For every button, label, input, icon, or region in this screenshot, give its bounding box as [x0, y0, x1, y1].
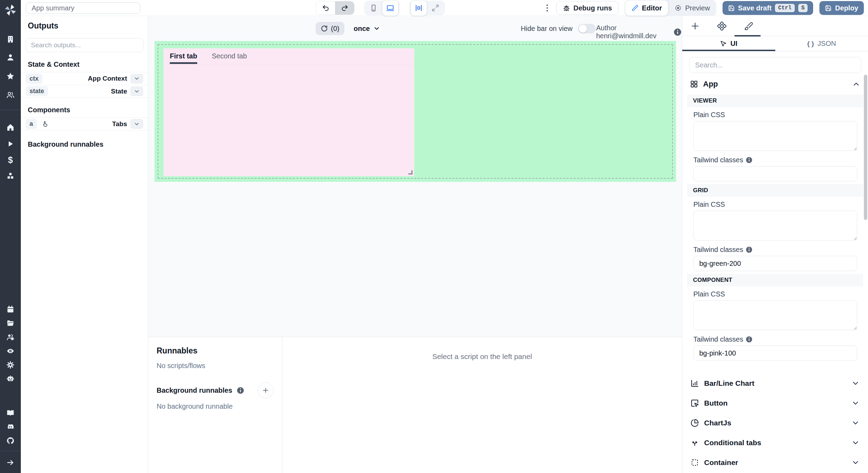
dashed-container-icon [691, 458, 699, 467]
editor-tab[interactable]: Editor [625, 0, 669, 16]
app-grid[interactable]: First tab Second tab [155, 41, 676, 182]
chevron-down-icon [851, 439, 860, 447]
undo-button[interactable] [316, 1, 335, 15]
refresh-count: (0) [331, 25, 339, 33]
audit-eye-icon[interactable] [6, 346, 15, 356]
discord-icon[interactable] [6, 422, 15, 431]
expand-chevron-button[interactable] [131, 87, 143, 96]
tab-first[interactable]: First tab [170, 48, 197, 64]
expand-chevron-button[interactable] [131, 74, 143, 83]
desktop-view-button[interactable] [382, 0, 399, 16]
workspace-building-icon[interactable] [6, 35, 15, 44]
docs-book-icon[interactable] [6, 408, 15, 417]
folders-icon[interactable] [6, 319, 15, 328]
output-type-label: Tabs [112, 120, 127, 128]
settings-icon-tabs [682, 16, 868, 36]
tabs-component[interactable]: First tab Second tab [164, 48, 414, 176]
resize-handle[interactable] [408, 170, 412, 174]
schedules-calendar-icon[interactable] [6, 305, 15, 314]
deploy-button[interactable]: Deploy [819, 1, 864, 15]
windmill-logo-icon[interactable] [3, 3, 17, 17]
no-background-text: No background runnable [157, 402, 274, 410]
variables-dollar-icon[interactable]: $ [6, 155, 15, 164]
preview-tab[interactable]: Preview [668, 0, 716, 16]
grid-tailwind-input[interactable] [693, 256, 857, 271]
plain-css-label: Plain CSS [693, 290, 857, 298]
expand-arrow-right-icon[interactable] [6, 458, 15, 467]
insert-plus-icon[interactable] [691, 22, 700, 31]
favorites-star-icon[interactable] [6, 72, 15, 81]
layout-toggle-group [409, 1, 445, 15]
state-context-header: State & Context [28, 60, 141, 68]
chevron-down-icon [373, 25, 380, 32]
braces-icon: { } [807, 40, 814, 48]
component-plain-css-textarea[interactable] [693, 300, 857, 330]
settings-scrollbar[interactable] [864, 75, 867, 220]
refresh-mode-select[interactable]: once [353, 25, 380, 33]
user-icon[interactable] [6, 53, 15, 62]
style-section-chartjs[interactable]: ChartJs [682, 413, 868, 433]
style-section-bar-line-chart[interactable]: Bar/Line Chart [682, 373, 868, 393]
app-summary-input[interactable] [26, 2, 140, 14]
groups-users-icon[interactable] [6, 90, 15, 99]
author-info: Author henri@windmill.dev [596, 24, 682, 40]
viewer-tailwind-input[interactable] [693, 166, 857, 181]
style-section-conditional-tabs[interactable]: Conditional tabs [682, 433, 868, 452]
mobile-view-button[interactable] [365, 1, 382, 15]
runs-play-icon[interactable] [6, 139, 15, 148]
redo-button[interactable] [335, 1, 354, 15]
preview-label: Preview [685, 4, 710, 12]
search-outputs-input[interactable] [26, 38, 143, 52]
chevron-up-icon [852, 80, 860, 88]
debug-runs-label: Debug runs [574, 4, 612, 12]
more-menu-kebab-icon[interactable] [544, 2, 550, 14]
ai-robot-icon[interactable] [6, 374, 15, 383]
outputs-title: Outputs [28, 21, 141, 31]
workers-users-gear-icon[interactable] [6, 333, 15, 342]
home-icon[interactable] [6, 123, 15, 132]
resources-cubes-icon[interactable] [6, 171, 15, 180]
components-diamonds-icon[interactable] [717, 22, 726, 31]
tab-ui[interactable]: UI [682, 36, 775, 51]
tab-json[interactable]: { } JSON [775, 36, 868, 51]
info-icon[interactable] [745, 246, 753, 253]
viewer-plain-css-textarea[interactable] [693, 121, 857, 151]
background-runnables-title: Background runnables [157, 386, 232, 394]
tab-second[interactable]: Second tab [212, 48, 247, 64]
plain-css-label: Plain CSS [693, 200, 857, 209]
info-icon[interactable] [745, 336, 753, 343]
save-icon [728, 5, 735, 11]
debug-runs-button[interactable]: Debug runs [556, 1, 619, 15]
settings-search-input[interactable] [689, 57, 861, 73]
expand-chevron-button[interactable] [131, 119, 143, 129]
info-icon[interactable] [745, 156, 753, 164]
style-brush-icon[interactable] [744, 22, 753, 31]
output-row-ctx[interactable]: ctx App Context [21, 72, 148, 85]
component-tailwind-input[interactable] [693, 345, 857, 361]
canvas-toolbar-center [316, 0, 445, 16]
bug-icon [563, 5, 570, 12]
windmill-app-editor: $ [0, 0, 868, 473]
center-align-button[interactable] [410, 0, 427, 16]
style-section-button[interactable]: Button [682, 393, 868, 413]
fullscreen-expand-icon[interactable] [427, 1, 444, 15]
output-row-state[interactable]: state State [21, 85, 148, 98]
save-draft-button[interactable]: Save draft Ctrl S [723, 1, 813, 15]
topbar: Debug runs Editor Preview [21, 0, 868, 16]
info-icon[interactable] [673, 28, 682, 36]
style-section-container[interactable]: Container [682, 452, 868, 472]
github-icon[interactable] [6, 436, 15, 445]
chevron-down-icon [851, 379, 860, 388]
output-type-label: App Context [88, 75, 127, 82]
app-section-header[interactable]: App [682, 76, 868, 92]
settings-gear-icon[interactable] [6, 360, 15, 369]
button-icon [691, 399, 699, 407]
output-row-component-a[interactable]: a Tabs [21, 117, 148, 130]
grid-plain-css-textarea[interactable] [693, 211, 857, 240]
group-header-component: COMPONENT [687, 274, 863, 286]
nav-rail: $ [0, 0, 21, 473]
info-icon[interactable] [236, 386, 244, 394]
add-background-runnable-button[interactable] [258, 382, 274, 398]
hide-bar-toggle[interactable] [578, 24, 595, 33]
refresh-button[interactable]: (0) [316, 22, 344, 35]
